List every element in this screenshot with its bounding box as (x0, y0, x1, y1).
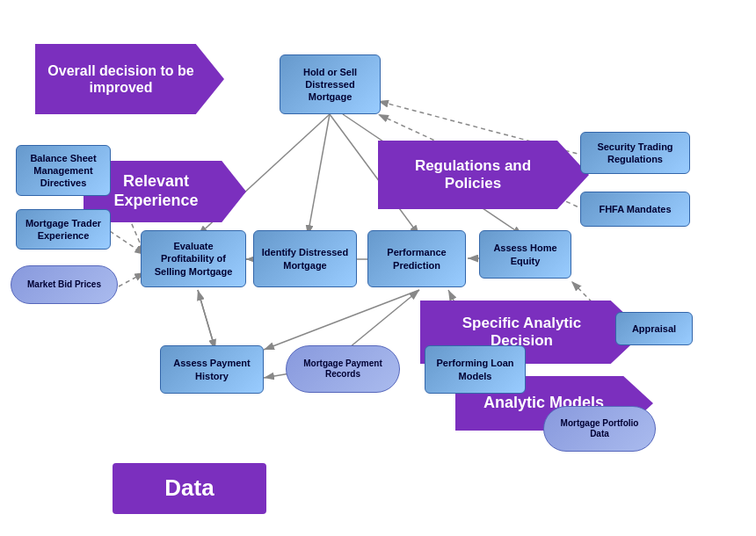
security-trading-label: Security TradingRegulations (597, 141, 672, 166)
assess-home-equity-label: Assess HomeEquity (493, 242, 556, 267)
performing-loan-label: Performing LoanModels (436, 357, 513, 382)
mortgage-payment-records-node: Mortgage PaymentRecords (286, 345, 400, 393)
balance-sheet-label: Balance SheetManagementDirectives (30, 152, 96, 190)
market-bid-node: Market Bid Prices (11, 265, 118, 304)
appraisal-node: Appraisal (615, 312, 693, 345)
overall-decision-label: Overall decision to be improved (47, 62, 211, 96)
svg-line-21 (198, 290, 215, 350)
assess-home-equity-node: Assess HomeEquity (479, 230, 571, 279)
hold-or-sell-node: Hold or SellDistressedMortgage (280, 54, 381, 114)
security-trading-node: Security TradingRegulations (580, 132, 690, 174)
svg-line-18 (345, 290, 419, 351)
assess-payment-node: Assess PaymentHistory (160, 345, 264, 394)
performing-loan-node: Performing LoanModels (425, 345, 526, 394)
relevant-experience-label: Relevant Experience (113, 172, 215, 210)
balance-sheet-node: Balance SheetManagementDirectives (16, 145, 111, 196)
hold-or-sell-label: Hold or SellDistressedMortgage (303, 66, 357, 104)
appraisal-label: Appraisal (632, 322, 676, 335)
mortgage-trader-label: Mortgage TraderExperience (25, 217, 101, 243)
assess-payment-label: Assess PaymentHistory (173, 357, 250, 382)
mortgage-trader-node: Mortgage TraderExperience (16, 209, 111, 250)
fhfa-mandates-label: FHFA Mandates (599, 203, 671, 215)
svg-line-3 (308, 114, 330, 235)
regulations-policies-label: Regulations and Policies (415, 157, 552, 193)
svg-line-14 (264, 290, 419, 350)
svg-line-7 (110, 231, 145, 255)
fhfa-mandates-node: FHFA Mandates (580, 192, 690, 227)
regulations-policies-arrow: Regulations and Policies (378, 141, 589, 209)
performance-prediction-label: PerformancePrediction (387, 246, 446, 272)
diagram-container: Overall decision to be improved Relevant… (0, 0, 756, 536)
mortgage-payment-records-label: Mortgage PaymentRecords (303, 359, 382, 380)
identify-distressed-label: Identify DistressedMortgage (262, 246, 348, 272)
data-label: Data (164, 474, 214, 502)
performance-prediction-node: PerformancePrediction (367, 230, 466, 287)
evaluate-profitability-node: EvaluateProfitability ofSelling Mortgage (141, 230, 246, 287)
evaluate-profitability-label: EvaluateProfitability ofSelling Mortgage (155, 240, 233, 278)
svg-line-11 (198, 290, 215, 350)
identify-distressed-node: Identify DistressedMortgage (253, 230, 357, 287)
mortgage-portfolio-node: Mortgage PortfolioData (543, 406, 656, 452)
overall-decision-arrow: Overall decision to be improved (35, 44, 224, 114)
mortgage-portfolio-label: Mortgage PortfolioData (561, 418, 639, 439)
data-arrow: Data (113, 463, 266, 514)
market-bid-label: Market Bid Prices (27, 279, 101, 290)
